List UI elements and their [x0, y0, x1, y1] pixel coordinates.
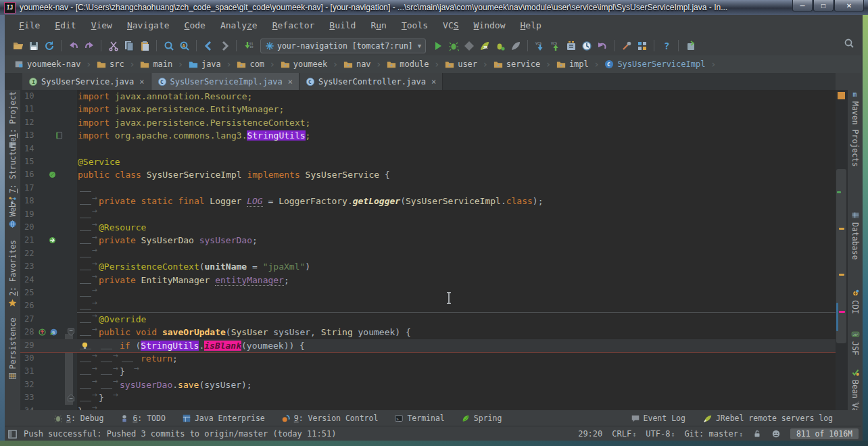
menu-code[interactable]: Code [177, 19, 213, 32]
hector-inspection-icon[interactable] [771, 429, 781, 439]
code-line-29[interactable]: 29if (StringUtils.isBlank(youmeek)) { [20, 339, 836, 353]
stripe-mark[interactable] [836, 303, 838, 331]
breadcrumb-main[interactable]: main [139, 59, 174, 70]
menu-build[interactable]: Build [322, 19, 363, 32]
tool-button-java-enterprise[interactable]: Java Enterprise [182, 414, 265, 423]
breadcrumb-src[interactable]: src [95, 59, 126, 70]
tool-button-9-version-control[interactable]: 9: Version Control [281, 414, 379, 423]
lock-icon[interactable] [752, 429, 762, 439]
profile-button[interactable] [508, 38, 523, 53]
undo-button[interactable] [66, 38, 81, 53]
stripe-mark[interactable] [839, 228, 844, 230]
tool-button-event-log[interactable]: Event Log [631, 414, 685, 423]
memory-indicator[interactable]: 811 of 1016M [790, 428, 859, 439]
tab-sysusercontroller-java[interactable]: CSysUserController.java× [299, 73, 443, 90]
tool-button-5-debug[interactable]: 5: Debug [53, 414, 103, 423]
breadcrumb-com[interactable]: com [235, 59, 266, 70]
tool-button-jrebel-remote-servers-log[interactable]: JRebel remote servers log [703, 414, 833, 423]
toolwindow-toggle-icon[interactable] [7, 429, 18, 439]
fold-marker-icon[interactable] [66, 393, 76, 403]
breadcrumb-java[interactable]: java [187, 59, 222, 70]
menu-help[interactable]: Help [513, 19, 549, 32]
code-line-13[interactable]: 13import org.apache.commons.lang3.String… [20, 129, 836, 142]
breadcrumb-module[interactable]: module [385, 59, 430, 70]
code-line-32[interactable]: 32sysUserDao.save(sysUser); [20, 378, 836, 391]
code-line-24[interactable]: 24private EntityManager entityManager; [20, 274, 836, 287]
paste-button[interactable] [137, 38, 152, 53]
code-line-20[interactable]: 20@Resource [20, 221, 836, 234]
tool-button-jsf[interactable]: JSFJSF [848, 330, 863, 355]
make-button[interactable]: 0110 [241, 38, 256, 53]
error-stripe[interactable] [836, 90, 848, 410]
code-line-27[interactable]: 27@Override [20, 313, 836, 326]
tool-button-persistence[interactable]: Persistence [5, 318, 20, 380]
sync-button[interactable] [41, 38, 57, 53]
tool-button-6-todo[interactable]: 6: TODO [120, 414, 165, 423]
tool-button-web[interactable]: Web [5, 203, 20, 228]
menu-navigate[interactable]: Navigate [120, 19, 177, 32]
find-button[interactable] [161, 38, 176, 53]
code-line-14[interactable]: 14 [20, 143, 836, 155]
replace-button[interactable]: A [176, 38, 192, 53]
open-button[interactable] [10, 38, 26, 53]
menu-view[interactable]: View [84, 19, 120, 32]
changes-button[interactable] [563, 38, 579, 53]
code-line-26[interactable]: 26 [20, 299, 836, 312]
code-editor[interactable]: 10import javax.annotation.Resource;11imp… [20, 90, 836, 410]
settings-button[interactable] [619, 38, 634, 53]
line-ending-selector[interactable]: CRLF↕ [612, 429, 636, 439]
maximize-button[interactable]: □ [813, 0, 834, 11]
menu-vcs[interactable]: VCS [435, 19, 466, 32]
copy-button[interactable] [121, 38, 137, 53]
code-line-34[interactable]: 34} [20, 405, 836, 410]
close-icon[interactable]: × [288, 77, 293, 86]
stripe-mark[interactable] [839, 274, 844, 276]
menu-tools[interactable]: Tools [394, 19, 435, 32]
breadcrumb-service[interactable]: service [492, 59, 542, 70]
menu-file[interactable]: File [11, 19, 47, 32]
jrebel-sync-button[interactable] [683, 38, 698, 53]
search-everywhere-icon[interactable] [844, 38, 854, 51]
code-line-11[interactable]: 11import javax.persistence.EntityManager… [20, 103, 836, 116]
save-button[interactable] [26, 38, 41, 53]
fold-marker-icon[interactable] [66, 327, 76, 337]
cut-button[interactable] [105, 38, 121, 53]
menu-refactor[interactable]: Refactor [265, 19, 322, 32]
tool-button-maven-projects[interactable]: mMaven Projects [848, 90, 863, 167]
code-line-19[interactable]: 19 [20, 208, 836, 221]
run-configuration-combo[interactable]: your-navigation [tomcat7:run]▼ [260, 39, 426, 53]
tab-sysuserserviceimpl-java[interactable]: CSysUserServiceImpl.java× [151, 73, 299, 90]
code-line-31[interactable]: 31} [20, 365, 836, 378]
tool-button-spring[interactable]: Spring [461, 414, 502, 423]
caret-position[interactable]: 29:20 [578, 429, 602, 439]
tool-button-database[interactable]: Database [848, 211, 863, 259]
vcs-update-button[interactable]: VCS [532, 38, 548, 53]
menu-edit[interactable]: Edit [47, 19, 83, 32]
rollback-button[interactable] [594, 38, 610, 53]
forward-button[interactable] [216, 38, 232, 53]
breadcrumb-user[interactable]: user [443, 59, 479, 70]
minimize-button[interactable]: ─ [792, 0, 813, 11]
jrebel-run-button[interactable]: JR [477, 38, 492, 53]
code-line-28[interactable]: 28mpublic void saveOrUpdate(SysUser sysU… [20, 326, 836, 339]
back-button[interactable] [201, 38, 216, 53]
tool-button-7-structure[interactable]: 7: Structure [5, 137, 20, 205]
structure-button[interactable] [634, 38, 650, 53]
history-button[interactable] [579, 38, 594, 53]
file-status-indicator[interactable] [838, 92, 845, 99]
breadcrumb-youmeek-nav[interactable]: youmeek-nav [13, 59, 82, 70]
menu-window[interactable]: Window [466, 19, 513, 32]
code-line-15[interactable]: 15@Service [20, 155, 836, 168]
code-line-30[interactable]: 30return; [20, 352, 836, 365]
stripe-mark[interactable] [837, 191, 841, 193]
close-icon[interactable]: × [431, 77, 436, 86]
code-line-21[interactable]: 21private SysUserDao sysUserDao; [20, 234, 836, 247]
code-line-16[interactable]: 16public class SysUserServiceImpl implem… [20, 168, 836, 181]
code-line-25[interactable]: 25 [20, 287, 836, 299]
breadcrumb-nav[interactable]: nav [342, 59, 372, 70]
jrebel-debug-button[interactable] [492, 38, 508, 53]
breadcrumb-sysuserserviceimpl[interactable]: CSysUserServiceImpl [603, 59, 706, 70]
fold-mark-icon[interactable] [54, 130, 64, 141]
git-branch-selector[interactable]: Git: master↕ [684, 429, 743, 439]
debug-button[interactable] [445, 38, 461, 53]
